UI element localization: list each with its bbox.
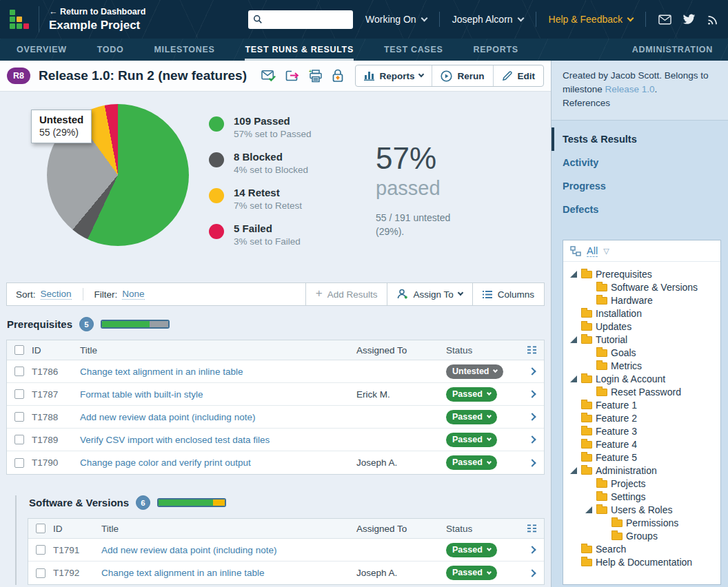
tree-filter-all-link[interactable]: All — [587, 245, 598, 257]
select-all-checkbox[interactable] — [36, 524, 46, 533]
status-pill[interactable]: Passed — [446, 455, 497, 470]
tab-reports[interactable]: REPORTS — [474, 39, 518, 61]
tree-item[interactable]: Reset Password — [567, 385, 718, 398]
tree-item[interactable]: Feature 4 — [567, 437, 718, 451]
tab-overview[interactable]: OVERVIEW — [17, 39, 67, 61]
tree-item[interactable]: Feature 3 — [567, 424, 718, 437]
search-box[interactable] — [248, 10, 353, 29]
status-pill[interactable]: Passed — [446, 543, 497, 557]
open-test-chevron[interactable] — [528, 435, 536, 443]
row-checkbox[interactable] — [36, 568, 46, 578]
open-test-chevron[interactable] — [528, 569, 536, 577]
open-test-chevron[interactable] — [528, 546, 536, 553]
sidebar-nav-progress[interactable]: Progress — [552, 174, 728, 198]
row-title-link[interactable]: Add new review data point (including not… — [80, 412, 255, 422]
column-header[interactable]: ID — [32, 345, 80, 356]
rss-icon[interactable] — [707, 14, 718, 25]
tree-item[interactable]: Projects — [567, 477, 718, 490]
column-header[interactable]: ID — [53, 524, 101, 534]
open-test-chevron[interactable] — [528, 459, 536, 466]
row-title-link[interactable]: Change text alignment in an inline table — [101, 568, 264, 578]
tab-todo[interactable]: TODO — [97, 39, 124, 61]
tree-item[interactable]: Administration — [567, 464, 718, 477]
open-test-chevron[interactable] — [528, 367, 536, 375]
tree-item[interactable]: Metrics — [567, 359, 718, 372]
tree-caret-icon[interactable] — [570, 375, 577, 382]
column-header[interactable]: Title — [80, 345, 356, 356]
user-menu-dropdown[interactable]: Joseph Alcorn — [452, 14, 523, 25]
tree-item[interactable]: Updates — [567, 320, 718, 333]
status-pill[interactable]: Untested — [446, 364, 503, 379]
tree-item[interactable]: Groups — [567, 529, 718, 542]
sort-value-link[interactable]: Section — [41, 289, 72, 300]
status-pill[interactable]: Passed — [446, 410, 497, 424]
tree-item[interactable]: Software & Versions — [567, 280, 718, 294]
return-to-dashboard-link[interactable]: ← Return to Dashboard — [49, 7, 145, 17]
tree-caret-icon[interactable] — [570, 336, 577, 343]
open-test-chevron[interactable] — [528, 413, 536, 420]
columns-config-icon[interactable] — [527, 524, 537, 533]
tree-item[interactable]: Tutorial — [567, 333, 718, 346]
row-title-link[interactable]: Add new review data point (including not… — [101, 545, 276, 555]
tree-item[interactable]: Users & Roles — [567, 503, 718, 516]
tab-test-runs-results[interactable]: TEST RUNS & RESULTS — [245, 39, 354, 61]
row-title-link[interactable]: Change page color and verify print outpu… — [80, 457, 251, 468]
tree-item[interactable]: Installation — [567, 307, 718, 320]
add-results-button[interactable]: + Add Results — [305, 283, 387, 305]
row-title-link[interactable]: Format table with built-in style — [80, 389, 203, 400]
row-checkbox[interactable] — [14, 435, 24, 444]
column-header[interactable]: Status — [446, 524, 520, 534]
row-title-link[interactable]: Verify CSV import with enclosed test dat… — [80, 435, 270, 445]
tree-item[interactable]: Prerequisites — [567, 267, 718, 280]
print-icon[interactable]: + — [309, 70, 323, 83]
column-header[interactable]: Assigned To — [356, 345, 446, 356]
tree-caret-icon[interactable] — [585, 506, 592, 513]
row-checkbox[interactable] — [36, 545, 46, 555]
filter-value-link[interactable]: None — [122, 289, 144, 300]
tab-milestones[interactable]: MILESTONES — [154, 39, 214, 61]
sidebar-nav-defects[interactable]: Defects — [552, 198, 728, 221]
tree-item[interactable]: Search — [567, 542, 718, 555]
reports-button[interactable]: Reports — [356, 65, 432, 86]
sidebar-nav-tests-results[interactable]: Tests & Results — [552, 127, 728, 151]
status-pill[interactable]: Passed — [446, 433, 497, 447]
select-all-checkbox[interactable] — [14, 345, 24, 355]
tree-item[interactable]: Feature 1 — [567, 398, 718, 411]
tree-caret-icon[interactable] — [570, 271, 577, 278]
app-logo[interactable] — [10, 10, 29, 29]
column-header[interactable]: Status — [446, 345, 520, 356]
tree-item[interactable]: Goals — [567, 346, 718, 359]
tab-administration[interactable]: ADMINISTRATION — [632, 39, 713, 61]
column-header[interactable]: Title — [101, 524, 356, 534]
status-pill[interactable]: Passed — [446, 566, 497, 580]
row-checkbox[interactable] — [14, 412, 24, 422]
tree-caret-icon[interactable] — [570, 467, 577, 474]
tree-item[interactable]: Hardware — [567, 294, 718, 307]
working-on-dropdown[interactable]: Working On — [365, 14, 427, 25]
help-feedback-dropdown[interactable]: Help & Feedback — [549, 14, 633, 25]
tab-test-cases[interactable]: TEST CASES — [384, 39, 443, 61]
columns-button[interactable]: Columns — [472, 283, 544, 305]
edit-button[interactable]: Edit — [493, 65, 544, 86]
sidebar-nav-activity[interactable]: Activity — [552, 151, 728, 174]
milestone-link[interactable]: Release 1.0 — [605, 84, 655, 94]
tree-item[interactable]: Feature 5 — [567, 451, 718, 464]
chevron-down-icon[interactable]: ▽ — [603, 247, 609, 256]
tree-item[interactable]: Login & Account — [567, 372, 718, 385]
push-results-icon[interactable] — [285, 70, 300, 82]
row-title-link[interactable]: Change text alignment in an inline table — [80, 367, 243, 377]
column-header[interactable]: Assigned To — [356, 524, 446, 534]
row-checkbox[interactable] — [14, 367, 24, 376]
search-input[interactable] — [266, 14, 348, 25]
lock-icon[interactable] — [332, 69, 344, 83]
assign-to-button[interactable]: Assign To — [387, 283, 472, 305]
tree-item[interactable]: Settings — [567, 490, 718, 503]
row-checkbox[interactable] — [14, 458, 24, 468]
tree-filter-icon[interactable] — [570, 246, 581, 256]
columns-config-icon[interactable] — [527, 346, 537, 354]
tree-item[interactable]: Help & Documentation — [567, 555, 718, 568]
tree-item[interactable]: Feature 2 — [567, 411, 718, 424]
mail-icon[interactable] — [658, 14, 671, 25]
status-pill[interactable]: Passed — [446, 387, 497, 402]
tree-item[interactable]: Permissions — [567, 516, 718, 529]
